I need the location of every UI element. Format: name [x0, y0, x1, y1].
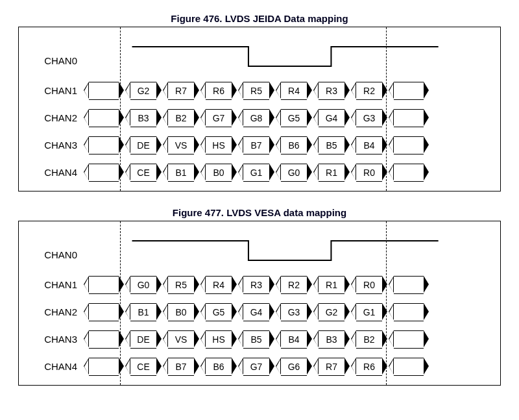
data-cell: HS [206, 136, 232, 153]
data-lane: CEB1B0G1G0R1R0 [84, 164, 491, 180]
blank-cell [89, 358, 119, 375]
channel-label: CHAN4 [28, 167, 84, 178]
data-cell-label: B5 [243, 330, 269, 349]
data-cell: HS [206, 330, 232, 347]
channel-label: CHAN3 [28, 334, 84, 345]
data-lane: G2R7R6R5R4R3R2 [84, 82, 491, 99]
data-cell: G5 [206, 303, 232, 320]
blank-cell [394, 358, 424, 375]
figure-0: Figure 476. LVDS JEIDA Data mappingCHAN0… [18, 13, 501, 191]
data-cell-label: G1 [243, 164, 269, 182]
blank-cell [394, 164, 424, 180]
data-cell: B5 [243, 330, 269, 347]
data-cell: G7 [206, 109, 232, 126]
data-cell: DE [130, 136, 156, 153]
data-cell: R3 [319, 82, 344, 99]
data-cell: R4 [281, 82, 307, 99]
data-cell: B1 [168, 164, 194, 180]
data-cell: G1 [243, 164, 269, 180]
data-cell-label: G0 [130, 276, 156, 294]
data-cell-label: R7 [168, 82, 194, 100]
data-cell: VS [168, 136, 194, 153]
data-cell: B7 [243, 136, 269, 153]
data-cell: VS [168, 330, 194, 347]
data-cell-label: G0 [281, 164, 307, 182]
data-cell: R1 [319, 164, 344, 180]
data-cell: R2 [356, 82, 382, 99]
blank-cell [89, 164, 119, 180]
row-chan3: CHAN3DEVSHSB5B4B3B2 [28, 328, 491, 350]
figure-1: Figure 477. LVDS VESA data mappingCHAN0C… [18, 207, 501, 386]
data-cell-label: G7 [243, 358, 269, 376]
data-cell-label: R0 [356, 276, 382, 294]
data-cell: B3 [319, 330, 344, 347]
channel-label: CHAN2 [28, 306, 84, 317]
data-cell-label: G5 [206, 303, 232, 321]
data-cell-label: HS [206, 136, 232, 154]
data-lane: B1B0G5G4G3G2G1 [84, 303, 491, 320]
data-cell: B3 [130, 109, 156, 126]
data-cell-label: R6 [356, 358, 382, 376]
blank-cell [394, 82, 424, 99]
data-cell-label: B2 [168, 109, 194, 127]
data-cell: R4 [206, 276, 232, 293]
data-cell: G2 [130, 82, 156, 99]
data-cell-label: VS [168, 330, 194, 349]
data-lane: G0R5R4R3R2R1R0 [84, 276, 491, 293]
data-cell-label: DE [130, 330, 156, 349]
channel-label: CHAN4 [28, 361, 84, 372]
data-cell: R0 [356, 164, 382, 180]
data-cell-label: B4 [281, 330, 307, 349]
data-cell: B6 [206, 358, 232, 375]
data-cell: B4 [356, 136, 382, 153]
data-cell: G5 [281, 109, 307, 126]
data-cell: B7 [168, 358, 194, 375]
data-cell: B0 [206, 164, 232, 180]
row-chan2: CHAN2B3B2G7G8G5G4G3 [28, 106, 491, 129]
data-cell: DE [130, 330, 156, 347]
data-lane: CEB7B6G7G6R7R6 [84, 358, 491, 375]
data-cell: R6 [356, 358, 382, 375]
data-cell-label: R4 [281, 82, 307, 100]
data-lane: DEVSHSB5B4B3B2 [84, 330, 491, 347]
figure-title: Figure 476. LVDS JEIDA Data mapping [18, 13, 501, 24]
data-cell-label: DE [130, 136, 156, 154]
data-cell-label: B3 [319, 330, 344, 349]
clock-waveform [84, 238, 491, 264]
data-cell-label: B0 [168, 303, 194, 321]
clock-lane [84, 44, 491, 70]
data-cell-label: R3 [243, 276, 269, 294]
data-cell: R7 [168, 82, 194, 99]
channel-label: CHAN3 [28, 140, 84, 151]
data-cell-label: B5 [319, 136, 344, 154]
data-cell-label: G4 [319, 109, 344, 127]
channel-label: CHAN2 [28, 112, 84, 123]
channel-label: CHAN0 [28, 55, 84, 70]
data-cell-label: B7 [243, 136, 269, 154]
data-cell-label: R7 [319, 358, 344, 376]
figure-box: CHAN0CHAN1G2R7R6R5R4R3R2CHAN2B3B2G7G8G5G… [18, 27, 501, 191]
data-cell: G3 [356, 109, 382, 126]
data-cell-label: CE [130, 164, 156, 182]
data-cell-label: G1 [356, 303, 382, 321]
data-cell-label: B2 [356, 330, 382, 349]
data-cell-label: R6 [206, 82, 232, 100]
blank-cell [394, 276, 424, 293]
blank-cell [89, 109, 119, 126]
data-cell-label: B3 [130, 109, 156, 127]
data-cell-label: R1 [319, 276, 344, 294]
data-cell-label: B0 [206, 164, 232, 182]
data-cell-label: R1 [319, 164, 344, 182]
row-chan1: CHAN1G2R7R6R5R4R3R2 [28, 79, 491, 101]
figure-title: Figure 477. LVDS VESA data mapping [18, 207, 501, 218]
data-cell-label: HS [206, 330, 232, 349]
data-cell: B1 [130, 303, 156, 320]
data-cell-label: R5 [168, 276, 194, 294]
data-cell-label: R3 [319, 82, 344, 100]
row-chan1: CHAN1G0R5R4R3R2R1R0 [28, 273, 491, 295]
row-chan0: CHAN0 [28, 39, 491, 70]
blank-cell [89, 136, 119, 153]
data-cell: G1 [356, 303, 382, 320]
data-cell: R5 [243, 82, 269, 99]
data-cell: R1 [319, 276, 344, 293]
